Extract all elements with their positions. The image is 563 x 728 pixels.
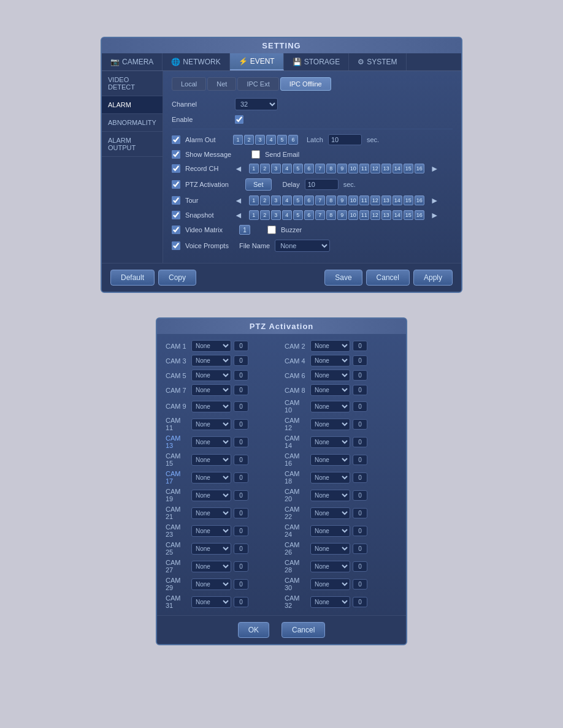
video-matrix-checkbox[interactable] <box>172 226 180 234</box>
ptz-select-6[interactable]: None <box>310 370 350 381</box>
ptz-num-22[interactable] <box>353 508 367 518</box>
record-ch-checkbox[interactable] <box>172 164 180 173</box>
ptz-num-2[interactable] <box>353 341 367 351</box>
tour-13[interactable]: 13 <box>381 195 391 205</box>
delay-input[interactable] <box>305 179 339 190</box>
tour-16[interactable]: 16 <box>415 195 424 205</box>
tour-10[interactable]: 10 <box>348 195 358 205</box>
ptz-select-1[interactable]: None <box>191 340 231 352</box>
ptz-select-28[interactable]: None <box>310 561 350 572</box>
ptz-num-32[interactable] <box>353 597 367 607</box>
voice-prompts-checkbox[interactable] <box>172 241 180 250</box>
send-email-checkbox[interactable] <box>251 150 260 159</box>
ptz-select-3[interactable]: None <box>191 355 231 366</box>
ptz-num-30[interactable] <box>353 579 367 590</box>
channel-select[interactable]: 32 <box>235 98 278 110</box>
snap-10[interactable]: 10 <box>348 210 358 220</box>
ptz-select-15[interactable]: None <box>191 454 231 466</box>
tour-next[interactable]: ► <box>429 195 440 205</box>
tab-system[interactable]: ⚙ SYSTEM <box>349 53 406 70</box>
ch-box-5[interactable]: 5 <box>277 135 287 145</box>
rch-8[interactable]: 8 <box>326 164 336 173</box>
ptz-select-13[interactable]: None <box>191 436 231 448</box>
tab-network[interactable]: 🌐 NETWORK <box>163 53 229 70</box>
ptz-select-23[interactable]: None <box>191 525 231 537</box>
snap-12[interactable]: 12 <box>370 210 380 220</box>
ptz-num-11[interactable] <box>234 419 248 430</box>
snap-3[interactable]: 3 <box>271 210 281 220</box>
snap-14[interactable]: 14 <box>393 210 402 220</box>
subtab-local[interactable]: Local <box>172 77 206 91</box>
subtab-ipc-offline[interactable]: IPC Offline <box>280 77 331 91</box>
ptz-num-15[interactable] <box>234 455 248 465</box>
snap-6[interactable]: 6 <box>304 210 314 220</box>
rch-4[interactable]: 4 <box>282 164 292 173</box>
rch-2[interactable]: 2 <box>260 164 270 173</box>
rch-12[interactable]: 12 <box>370 164 380 173</box>
sidebar-item-alarm[interactable]: ALARM <box>102 96 163 114</box>
subtab-ipc-ext[interactable]: IPC Ext <box>237 77 278 91</box>
record-ch-prev[interactable]: ◄ <box>233 164 244 173</box>
ptz-num-16[interactable] <box>353 455 367 465</box>
ptz-num-18[interactable] <box>353 472 367 483</box>
rch-6[interactable]: 6 <box>304 164 314 173</box>
alarm-out-checkbox[interactable] <box>172 135 180 144</box>
ptz-cancel-button[interactable]: Cancel <box>282 622 325 638</box>
latch-input[interactable] <box>328 134 362 145</box>
snap-2[interactable]: 2 <box>260 210 270 220</box>
buzzer-checkbox[interactable] <box>267 226 276 234</box>
tour-8[interactable]: 8 <box>326 195 336 205</box>
ch-box-4[interactable]: 4 <box>266 135 276 145</box>
snap-4[interactable]: 4 <box>282 210 292 220</box>
snap-15[interactable]: 15 <box>404 210 413 220</box>
ptz-select-4[interactable]: None <box>310 355 350 366</box>
snap-7[interactable]: 7 <box>315 210 325 220</box>
ptz-num-17[interactable] <box>234 472 248 483</box>
rch-1[interactable]: 1 <box>249 164 259 173</box>
save-button[interactable]: Save <box>324 270 362 286</box>
ptz-num-29[interactable] <box>234 579 248 590</box>
ptz-num-26[interactable] <box>353 544 367 554</box>
snapshot-checkbox[interactable] <box>172 211 180 219</box>
tour-5[interactable]: 5 <box>293 195 303 205</box>
ptz-num-19[interactable] <box>234 490 248 501</box>
ptz-num-25[interactable] <box>234 544 248 554</box>
rch-9[interactable]: 9 <box>337 164 347 173</box>
ptz-ok-button[interactable]: OK <box>238 622 269 638</box>
snap-16[interactable]: 16 <box>415 210 424 220</box>
ptz-num-20[interactable] <box>353 490 367 501</box>
ptz-select-8[interactable]: None <box>310 384 350 396</box>
ptz-select-16[interactable]: None <box>310 454 350 466</box>
rch-13[interactable]: 13 <box>381 164 391 173</box>
tour-6[interactable]: 6 <box>304 195 314 205</box>
ptz-select-27[interactable]: None <box>191 561 231 572</box>
ptz-num-12[interactable] <box>353 419 367 430</box>
rch-3[interactable]: 3 <box>271 164 281 173</box>
tab-camera[interactable]: 📷 CAMERA <box>102 53 163 70</box>
ptz-select-7[interactable]: None <box>191 384 231 396</box>
rch-10[interactable]: 10 <box>348 164 358 173</box>
record-ch-next[interactable]: ► <box>429 164 440 173</box>
tour-14[interactable]: 14 <box>393 195 402 205</box>
rch-14[interactable]: 14 <box>393 164 402 173</box>
rch-15[interactable]: 15 <box>404 164 413 173</box>
rch-11[interactable]: 11 <box>359 164 369 173</box>
ptz-select-26[interactable]: None <box>310 543 350 555</box>
tour-3[interactable]: 3 <box>271 195 281 205</box>
apply-button[interactable]: Apply <box>413 270 453 286</box>
tour-checkbox[interactable] <box>172 196 180 205</box>
ptz-num-7[interactable] <box>234 385 248 395</box>
ptz-num-8[interactable] <box>353 385 367 395</box>
sidebar-item-abnormality[interactable]: ABNORMALITY <box>102 114 163 132</box>
snap-11[interactable]: 11 <box>359 210 369 220</box>
ptz-num-10[interactable] <box>353 401 367 412</box>
ptz-select-31[interactable]: None <box>191 596 231 608</box>
snapshot-prev[interactable]: ◄ <box>233 210 244 220</box>
tab-event[interactable]: ⚡ EVENT <box>230 53 284 70</box>
ptz-num-21[interactable] <box>234 508 248 518</box>
ch-box-2[interactable]: 2 <box>244 135 254 145</box>
ptz-num-13[interactable] <box>234 437 248 447</box>
rch-7[interactable]: 7 <box>315 164 325 173</box>
ptz-select-11[interactable]: None <box>191 419 231 430</box>
snap-9[interactable]: 9 <box>337 210 347 220</box>
